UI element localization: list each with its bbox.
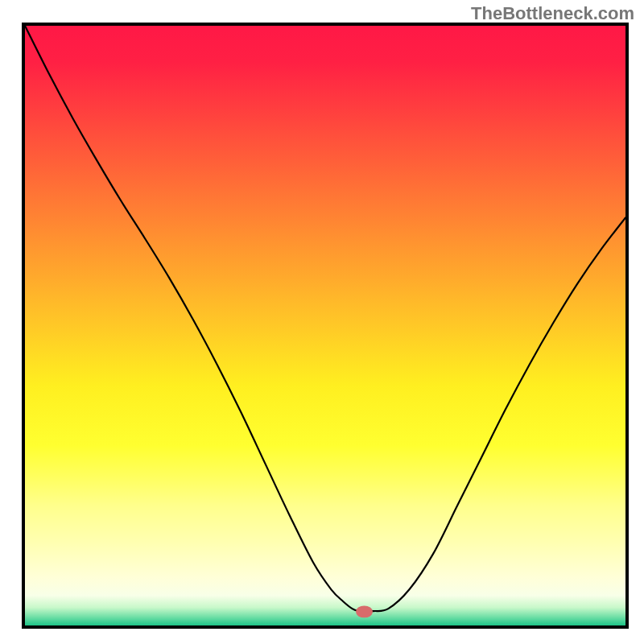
chart-background-gradient xyxy=(25,26,625,625)
optimal-point-marker xyxy=(356,605,373,617)
bottleneck-chart-frame xyxy=(22,23,629,629)
bottleneck-chart xyxy=(25,26,625,625)
watermark: TheBottleneck.com xyxy=(471,3,634,24)
